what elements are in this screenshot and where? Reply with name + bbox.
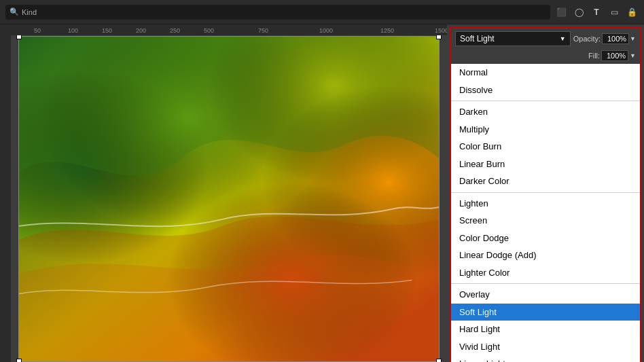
- fill-row: Fill: 100% ▼: [451, 49, 640, 64]
- selection-handle-bl[interactable]: [16, 359, 22, 363]
- selection-handle-br[interactable]: [436, 359, 442, 363]
- main-area: 50 100 150 200 250 500 750 1000 1250 150…: [0, 24, 644, 362]
- opacity-input-group: 100% ▼: [602, 33, 636, 44]
- text-icon[interactable]: T: [590, 5, 603, 19]
- dropdown-item-lighter-color[interactable]: Lighter Color: [451, 264, 640, 282]
- fill-arrow[interactable]: ▼: [630, 52, 636, 59]
- circle-icon[interactable]: ◯: [572, 5, 586, 19]
- search-icon: 🔍: [10, 7, 19, 16]
- horizontal-ruler: 50 100 150 200 250 500 750 1000 1250 150…: [0, 24, 447, 35]
- shape-icon[interactable]: ▭: [607, 5, 621, 19]
- dropdown-item-color-dodge[interactable]: Color Dodge: [451, 230, 640, 247]
- opacity-arrow[interactable]: ▼: [630, 35, 636, 42]
- opacity-label: Opacity:: [573, 35, 601, 43]
- selection-handle-tl[interactable]: [16, 35, 22, 39]
- dropdown-item-hard-light[interactable]: Hard Light: [451, 321, 640, 338]
- vertical-ruler: [0, 35, 11, 362]
- dropdown-item-color-burn[interactable]: Color Burn: [451, 138, 640, 156]
- dropdown-item-dissolve[interactable]: Dissolve: [451, 82, 640, 99]
- layers-panel: Soft Light ▼ Opacity: 100% ▼ Fill: 100%: [450, 27, 641, 362]
- dropdown-item-overlay[interactable]: Overlay: [451, 286, 640, 304]
- dropdown-item-screen[interactable]: Screen: [451, 212, 640, 230]
- divider-2: [451, 192, 640, 193]
- dropdown-item-multiply[interactable]: Multiply: [451, 121, 640, 139]
- dropdown-item-lighten[interactable]: Lighten: [451, 195, 640, 213]
- canvas-with-ruler: [0, 35, 447, 362]
- divider-3: [451, 283, 640, 284]
- fill-label: Fill:: [588, 52, 600, 60]
- opacity-value[interactable]: 100%: [602, 33, 629, 44]
- blend-mode-row: Soft Light ▼ Opacity: 100% ▼: [451, 29, 640, 46]
- toolbar: 🔍 Kind ⬛ ◯ T ▭ 🔒: [0, 0, 644, 24]
- svg-text:1500: 1500: [435, 27, 447, 34]
- search-label: Kind: [22, 8, 37, 16]
- opacity-group: Opacity: 100% ▼: [573, 33, 636, 44]
- dropdown-item-vivid-light[interactable]: Vivid Light: [451, 338, 640, 356]
- svg-text:500: 500: [204, 27, 214, 34]
- blend-mode-dropdown: Normal Dissolve Darken Multiply Color Bu…: [451, 64, 640, 362]
- toolbar-icons: ⬛ ◯ T ▭ 🔒: [554, 5, 639, 19]
- dropdown-item-linear-light[interactable]: Linear Light: [451, 355, 640, 362]
- svg-text:750: 750: [258, 27, 268, 34]
- fill-value[interactable]: 100%: [601, 50, 628, 61]
- svg-text:1000: 1000: [319, 27, 333, 34]
- dropdown-scroll[interactable]: Normal Dissolve Darken Multiply Color Bu…: [451, 64, 640, 362]
- dropdown-item-linear-burn[interactable]: Linear Burn: [451, 156, 640, 173]
- selection-handle-tr[interactable]: [436, 35, 442, 39]
- canvas-image: [18, 36, 440, 362]
- dropdown-item-darken[interactable]: Darken: [451, 103, 640, 121]
- right-panel: Soft Light ▼ Opacity: 100% ▼ Fill: 100%: [447, 24, 644, 362]
- blend-mode-selector[interactable]: Soft Light ▼: [455, 31, 571, 46]
- dropdown-item-soft-light[interactable]: Soft Light: [451, 304, 640, 321]
- filter-icon[interactable]: ⬛: [554, 5, 568, 19]
- search-bar[interactable]: 🔍 Kind: [5, 5, 550, 20]
- canvas-container: 50 100 150 200 250 500 750 1000 1250 150…: [0, 24, 447, 362]
- dropdown-item-darker-color[interactable]: Darker Color: [451, 173, 640, 190]
- canvas-scroll-area[interactable]: [11, 35, 447, 362]
- svg-text:200: 200: [136, 27, 146, 34]
- chevron-down-icon: ▼: [560, 35, 566, 42]
- dropdown-item-linear-dodge[interactable]: Linear Dodge (Add): [451, 247, 640, 264]
- svg-text:1250: 1250: [380, 27, 394, 34]
- dropdown-item-normal[interactable]: Normal: [451, 64, 640, 82]
- artwork: [19, 37, 439, 361]
- divider-1: [451, 101, 640, 101]
- fill-group: Fill: 100% ▼: [588, 50, 636, 61]
- lock-icon[interactable]: 🔒: [625, 5, 639, 19]
- svg-text:150: 150: [102, 27, 112, 34]
- svg-text:100: 100: [68, 27, 78, 34]
- blend-mode-label: Soft Light: [460, 34, 495, 43]
- svg-text:50: 50: [34, 27, 41, 34]
- svg-text:250: 250: [170, 27, 180, 34]
